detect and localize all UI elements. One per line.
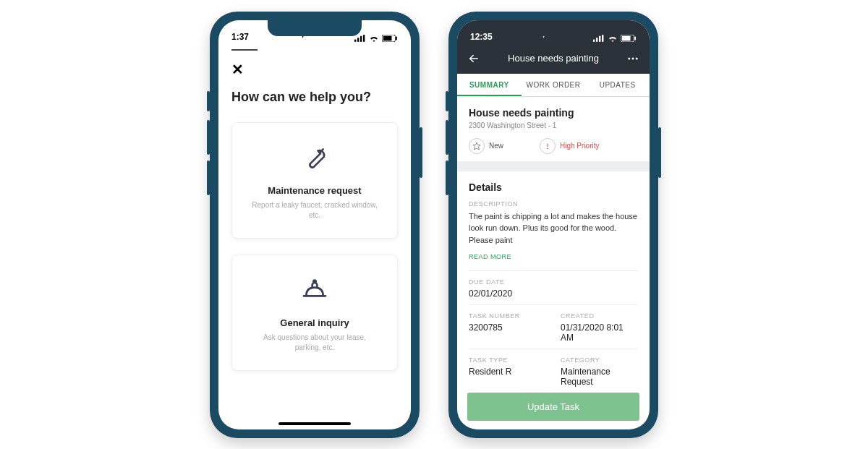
close-button[interactable]: ✕ [231,61,244,77]
svg-marker-20 [473,142,480,150]
svg-point-19 [636,57,638,59]
tabs: SUMMARY WORK ORDER UPDATES [457,74,650,97]
update-task-button[interactable]: Update Task [467,393,639,421]
svg-rect-0 [354,39,356,41]
phone-frame-right: 12:35 [448,12,658,438]
status-time: 12:35 [470,32,493,42]
svg-rect-9 [593,39,595,41]
svg-rect-14 [622,35,631,40]
label-category: CATEGORY [561,356,638,364]
task-address: 2300 Washington Street - 1 [469,121,638,129]
star-icon [469,138,485,154]
label-task-type: TASK TYPE [469,356,546,364]
read-more-link[interactable]: READ MORE [469,253,511,260]
svg-rect-1 [357,38,359,42]
page-title: How can we help you? [231,90,398,105]
priority-badge-label: High Priority [560,142,599,150]
option-maintenance-request[interactable]: Maintenance request Report a leaky fauce… [231,122,398,239]
svg-rect-3 [363,35,365,42]
nav-title: House needs painting [508,53,599,64]
value-task-type: Resident R [469,367,546,377]
option-title: Maintenance request [244,185,386,196]
status-badge-new: New [469,138,503,154]
progress-bar [231,49,258,51]
svg-rect-10 [596,38,597,42]
priority-badge: High Priority [540,138,599,154]
alert-icon [540,138,556,154]
value-created: 01/31/2020 8:01 AM [561,322,638,343]
option-subtitle: Ask questions about your lease, parking,… [250,333,380,353]
value-due-date: 02/01/2020 [469,288,638,299]
signal-icon [354,35,366,42]
svg-rect-6 [396,36,397,40]
option-title: General inquiry [244,317,386,328]
phone-frame-left: 1:37 [210,12,420,438]
svg-point-17 [628,57,630,59]
battery-icon [382,35,398,42]
task-title: House needs painting [469,107,638,119]
wrench-icon [244,143,386,175]
notch [506,20,600,36]
label-description: DESCRIPTION [469,200,638,208]
nav-bar: House needs painting [457,43,650,74]
svg-rect-15 [634,36,636,40]
option-subtitle: Report a leaky faucet, cracked window, e… [250,200,380,221]
tab-summary[interactable]: SUMMARY [457,74,522,96]
bell-icon [244,275,386,307]
status-badge-label: New [489,142,503,150]
phone1-screen: 1:37 [218,20,411,429]
wifi-icon [608,35,618,42]
svg-point-8 [313,280,315,282]
battery-icon [621,35,637,42]
notch [268,20,362,36]
value-category: Maintenance Request [561,367,638,387]
svg-point-18 [631,57,634,59]
tab-work-order[interactable]: WORK ORDER [522,74,586,96]
wifi-icon [369,35,379,42]
svg-point-22 [548,148,548,149]
details-heading: Details [469,181,638,193]
svg-rect-2 [360,35,362,41]
label-due-date: DUE DATE [469,278,638,286]
section-divider [457,161,650,171]
back-button[interactable] [467,52,480,65]
label-task-number: TASK NUMBER [469,312,546,320]
phone2-screen: 12:35 [457,20,650,429]
svg-rect-11 [599,35,600,41]
description-text: The paint is chipping a lot and makes th… [469,210,638,247]
home-indicator [278,422,351,425]
svg-rect-5 [383,35,392,40]
label-created: CREATED [561,312,638,320]
signal-icon [593,35,605,42]
option-general-inquiry[interactable]: General inquiry Ask questions about your… [231,255,398,371]
tab-updates[interactable]: UPDATES [585,74,650,96]
status-time: 1:37 [231,32,249,42]
svg-rect-12 [602,35,603,42]
more-button[interactable] [626,52,639,65]
value-task-number: 3200785 [469,322,546,333]
